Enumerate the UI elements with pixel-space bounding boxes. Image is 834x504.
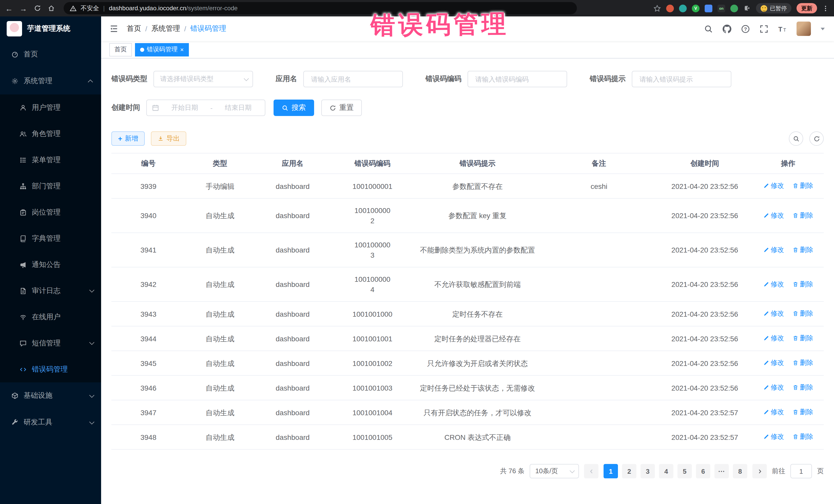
font-size-icon[interactable]: TT [778, 24, 787, 33]
extension-orange-icon[interactable] [666, 4, 674, 12]
address-bar[interactable]: 不安全 | dashboard.yudao.iocoder.cn/system/… [64, 2, 577, 14]
chrome-update-button[interactable]: 更新 [796, 3, 817, 13]
breadcrumb-current[interactable]: 错误码管理 [191, 24, 226, 34]
sidebar-item-departments[interactable]: 部门管理 [0, 173, 101, 199]
delete-link[interactable]: 删除 [792, 407, 813, 417]
edit-link[interactable]: 修改 [763, 245, 784, 255]
sidebar-item-posts[interactable]: 岗位管理 [0, 199, 101, 225]
delete-link[interactable]: 删除 [792, 210, 813, 220]
pencil-icon [763, 409, 769, 415]
forward-icon[interactable]: → [20, 4, 27, 12]
sidebar-item-notices[interactable]: 通知公告 [0, 251, 101, 278]
delete-link[interactable]: 删除 [792, 245, 813, 255]
fullscreen-icon[interactable] [760, 24, 768, 33]
back-icon[interactable]: ← [5, 4, 13, 12]
sidebar-item-dictionary[interactable]: 字典管理 [0, 225, 101, 251]
security-label: 不安全 [81, 4, 99, 13]
paused-label: 已暂停 [770, 4, 787, 12]
sidebar-item-sms[interactable]: 短信管理 [0, 330, 101, 356]
delete-link[interactable]: 删除 [792, 432, 813, 442]
sidebar-item-error-codes[interactable]: 错误码管理 [0, 356, 101, 382]
extensions-puzzle-icon[interactable] [743, 4, 751, 12]
edit-link[interactable]: 修改 [763, 382, 784, 393]
edit-link[interactable]: 修改 [763, 181, 784, 191]
edit-link[interactable]: 修改 [763, 308, 784, 319]
search-button[interactable]: 搜索 [273, 100, 314, 116]
pencil-icon [763, 247, 769, 253]
edit-link[interactable]: 修改 [763, 333, 784, 343]
sidebar-item-home[interactable]: 首页 [0, 41, 101, 68]
refresh-table-button[interactable] [809, 131, 824, 146]
svg-text:T: T [778, 25, 783, 32]
avatar-caret-down-icon[interactable] [821, 27, 825, 30]
app-name-input[interactable] [310, 75, 396, 83]
reset-button[interactable]: 重置 [321, 100, 362, 116]
page-button-6[interactable]: 6 [696, 464, 710, 478]
reload-icon[interactable] [34, 5, 41, 12]
profile-paused-chip[interactable]: 已暂停 [756, 3, 791, 13]
extension-green-icon[interactable] [730, 4, 738, 12]
breadcrumb-home[interactable]: 首页 [127, 24, 141, 34]
address-divider: | [103, 5, 105, 12]
delete-link[interactable]: 删除 [792, 358, 813, 368]
edit-link[interactable]: 修改 [763, 358, 784, 368]
edit-link[interactable]: 修改 [763, 407, 784, 417]
page-button-4[interactable]: 4 [659, 464, 673, 478]
next-page-button[interactable] [752, 464, 767, 478]
page-ellipsis[interactable]: ··· [715, 464, 729, 478]
edit-link[interactable]: 修改 [763, 210, 784, 220]
cell-id: 3943 [111, 302, 185, 326]
breadcrumb-system[interactable]: 系统管理 [151, 24, 180, 34]
sidebar-toggle-icon[interactable] [101, 24, 127, 34]
sidebar-item-audit-logs[interactable]: 审计日志 [0, 278, 101, 304]
chevron-down-icon [89, 340, 94, 345]
page-button-1[interactable]: 1 [603, 464, 618, 478]
edit-link[interactable]: 修改 [763, 279, 784, 289]
user-avatar[interactable] [796, 22, 811, 36]
browser-toolbar: ← → 不安全 | dashboard.yudao.iocoder.cn/sys… [0, 0, 834, 17]
wrench-icon [11, 419, 19, 426]
toggle-search-button[interactable] [789, 131, 803, 146]
home-icon[interactable] [48, 5, 55, 12]
prev-page-button[interactable] [584, 464, 598, 478]
sidebar-item-infrastructure[interactable]: 基础设施 [0, 382, 101, 409]
delete-link[interactable]: 删除 [792, 382, 813, 393]
tab-error-codes[interactable]: 错误码管理 × [135, 43, 189, 56]
jump-page-input[interactable] [790, 464, 812, 478]
help-icon[interactable]: ? [741, 24, 750, 33]
sidebar-item-menus[interactable]: 菜单管理 [0, 147, 101, 173]
delete-link[interactable]: 删除 [792, 279, 813, 289]
extension-blue-grid-icon[interactable] [705, 4, 712, 12]
edit-label: 修改 [771, 432, 784, 442]
delete-link[interactable]: 删除 [792, 181, 813, 191]
error-code-type-select[interactable]: 请选择错误码类型 [153, 71, 253, 87]
bookmark-star-icon[interactable] [653, 4, 661, 12]
extension-teal-icon[interactable] [679, 4, 687, 12]
sidebar-logo[interactable]: 芋道管理系统 [0, 17, 101, 41]
error-message-input[interactable] [638, 75, 725, 83]
page-button-8[interactable]: 8 [733, 464, 747, 478]
export-button[interactable]: 导出 [151, 131, 186, 146]
page-size-select[interactable]: 10条/页 [530, 464, 579, 478]
page-button-3[interactable]: 3 [640, 464, 655, 478]
date-range-picker[interactable]: 开始日期 - 结束日期 [146, 100, 265, 116]
page-button-5[interactable]: 5 [678, 464, 692, 478]
sidebar-item-users[interactable]: 用户管理 [0, 94, 101, 120]
delete-link[interactable]: 删除 [792, 333, 813, 343]
edit-link[interactable]: 修改 [763, 432, 784, 442]
error-code-input[interactable] [474, 75, 561, 83]
page-button-2[interactable]: 2 [622, 464, 636, 478]
delete-link[interactable]: 删除 [792, 308, 813, 319]
extension-on-badge-icon[interactable]: on [718, 4, 725, 12]
sidebar-item-roles[interactable]: 角色管理 [0, 120, 101, 147]
sidebar-item-online-users[interactable]: 在线用户 [0, 304, 101, 330]
extension-green-check-icon[interactable]: V [692, 4, 700, 12]
add-button[interactable]: + 新增 [111, 131, 145, 146]
kebab-menu-icon[interactable] [822, 5, 829, 12]
sidebar-item-system[interactable]: 系统管理 [0, 68, 101, 94]
sidebar-item-dev-tools[interactable]: 研发工具 [0, 409, 101, 436]
tab-close-icon[interactable]: × [180, 46, 184, 52]
search-icon[interactable] [704, 24, 713, 33]
github-icon[interactable] [723, 24, 731, 33]
tab-home[interactable]: 首页 [109, 43, 132, 56]
